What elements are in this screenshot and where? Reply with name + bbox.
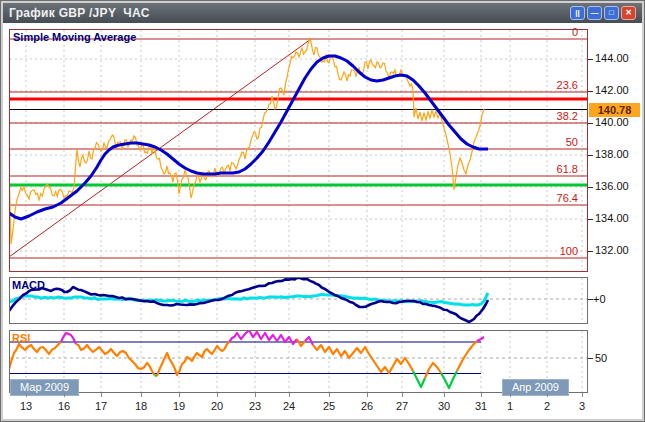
- day-label-30: 30: [432, 400, 456, 412]
- day-label-13: 13: [14, 400, 38, 412]
- rsi-mid-label: 50: [595, 352, 607, 364]
- day-tick: [481, 393, 482, 397]
- rsi-canvas[interactable]: [10, 331, 587, 392]
- day-label-25: 25: [317, 400, 341, 412]
- macd-zero-label: +0: [593, 293, 606, 305]
- axis-tick: [588, 123, 593, 124]
- titlebar[interactable]: График GBP /JPY ЧАС || — □ ✕: [3, 3, 642, 23]
- window-title: График GBP /JPY ЧАС: [9, 6, 150, 20]
- day-tick: [510, 393, 511, 397]
- minimize-button[interactable]: —: [587, 6, 602, 20]
- macd-canvas[interactable]: [10, 278, 587, 323]
- price-axis-label: 140.00: [595, 116, 629, 128]
- day-tick: [582, 393, 583, 397]
- day-label-3: 3: [570, 400, 594, 412]
- day-tick: [179, 393, 180, 397]
- axis-tick: [588, 155, 593, 156]
- restore-button[interactable]: □: [604, 6, 619, 20]
- day-tick: [547, 393, 548, 397]
- day-tick: [444, 393, 445, 397]
- main-chart-canvas[interactable]: [10, 30, 587, 271]
- day-tick: [141, 393, 142, 397]
- day-tick: [26, 393, 27, 397]
- day-label-18: 18: [129, 400, 153, 412]
- axis-tick: [588, 219, 593, 220]
- fib-label-61.8: 61.8: [557, 163, 578, 175]
- price-axis-label: 134.00: [595, 212, 629, 224]
- window-buttons: || — □ ✕: [570, 6, 636, 20]
- rsi-line-segment: [425, 363, 441, 378]
- rsi-line-segment: [457, 341, 477, 371]
- close-button[interactable]: ✕: [621, 6, 636, 20]
- day-tick: [289, 393, 290, 397]
- price-axis-label: 132.00: [595, 244, 629, 256]
- pause-button[interactable]: ||: [570, 6, 585, 20]
- month-label-apr: Апр 2009: [502, 379, 569, 396]
- rsi-line-segment: [76, 344, 155, 375]
- day-tick: [367, 393, 368, 397]
- day-label-19: 19: [167, 400, 191, 412]
- chart-window: График GBP /JPY ЧАС || — □ ✕ Simple Movi…: [0, 0, 645, 422]
- day-tick: [217, 393, 218, 397]
- price-axis-label: 136.00: [595, 180, 629, 192]
- sma-indicator-label: Simple Moving Average: [13, 31, 136, 43]
- axis-tick: [588, 91, 593, 92]
- axis-tick: [588, 358, 593, 359]
- day-label-20: 20: [205, 400, 229, 412]
- price-axis-label: 138.00: [595, 148, 629, 160]
- macd-indicator-label: MACD: [12, 279, 45, 291]
- price-axis-label: 142.00: [595, 84, 629, 96]
- day-label-2: 2: [535, 400, 559, 412]
- day-label-24: 24: [277, 400, 301, 412]
- day-label-16: 16: [52, 400, 76, 412]
- sma-series: [10, 56, 488, 219]
- price-axis-label: 144.00: [595, 52, 629, 64]
- axis-tick: [588, 299, 593, 300]
- day-tick: [64, 393, 65, 397]
- fib-label-0: 0: [572, 26, 578, 38]
- day-tick: [101, 393, 102, 397]
- day-label-27: 27: [390, 400, 414, 412]
- day-label-17: 17: [89, 400, 113, 412]
- fib-label-100: 100: [560, 245, 578, 257]
- axis-tick: [588, 59, 593, 60]
- rsi-line-segment: [157, 342, 230, 376]
- current-price-tag: 140.78: [589, 103, 640, 117]
- rsi-line-segment: [10, 342, 61, 369]
- rsi-line-segment: [313, 345, 413, 373]
- fib-label-23.6: 23.6: [557, 79, 578, 91]
- fib-label-50: 50: [566, 136, 578, 148]
- fib-label-38.2: 38.2: [557, 110, 578, 122]
- fib-label-76.4: 76.4: [557, 192, 578, 204]
- day-tick: [329, 393, 330, 397]
- day-label-1: 1: [498, 400, 522, 412]
- day-label-23: 23: [243, 400, 267, 412]
- price-series: [10, 39, 484, 244]
- day-tick: [255, 393, 256, 397]
- day-label-31: 31: [469, 400, 493, 412]
- rsi-line-segment: [305, 337, 313, 345]
- month-label-mar: Мар 2009: [10, 379, 79, 396]
- rsi-indicator-label: RSI: [12, 332, 30, 344]
- macd-signal-line: [10, 293, 488, 305]
- axis-tick: [588, 251, 593, 252]
- day-label-26: 26: [355, 400, 379, 412]
- axis-tick: [588, 187, 593, 188]
- day-tick: [402, 393, 403, 397]
